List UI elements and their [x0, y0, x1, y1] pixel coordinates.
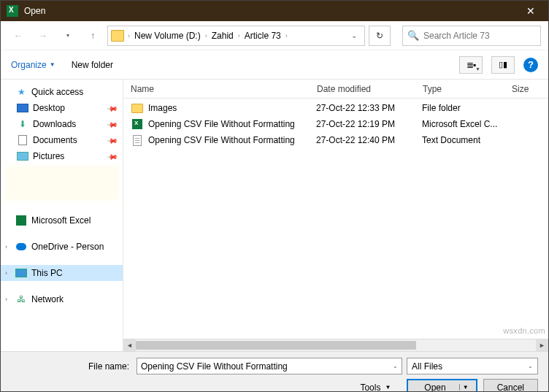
- file-row[interactable]: Opening CSV File Without Formatting 27-O…: [123, 132, 548, 148]
- view-options-button[interactable]: ≣▪ ▼: [459, 56, 483, 74]
- pictures-icon: [17, 150, 28, 162]
- watermark-text: wsxdn.com: [503, 326, 545, 335]
- nav-forward-button[interactable]: →: [33, 26, 53, 46]
- star-icon: ★: [15, 86, 27, 98]
- sidebar-downloads[interactable]: ⬇ Downloads 📌: [1, 116, 123, 132]
- file-row[interactable]: Opening CSV File Without Formatting 27-O…: [123, 116, 548, 132]
- scroll-right-icon[interactable]: ►: [536, 339, 548, 351]
- chevron-down-icon: ▼: [50, 61, 55, 68]
- file-type: Microsoft Excel C...: [422, 119, 511, 129]
- network-icon: 🖧: [15, 293, 27, 305]
- file-content-area: Name Date modified Type Size Images 27-O…: [123, 80, 548, 351]
- file-row[interactable]: Images 27-Oct-22 12:33 PM File folder: [123, 100, 548, 116]
- sidebar-item-label: This PC: [31, 268, 63, 278]
- breadcrumb-dropdown[interactable]: ⌄: [347, 31, 361, 39]
- sidebar-item-label: Desktop: [33, 103, 65, 113]
- file-filter-dropdown[interactable]: All Files ⌄: [407, 358, 538, 374]
- new-folder-button[interactable]: New folder: [72, 60, 113, 70]
- window-title: Open: [24, 6, 514, 16]
- organize-label: Organize: [11, 60, 47, 70]
- search-icon: 🔍: [407, 30, 419, 41]
- sidebar-this-pc[interactable]: › This PC: [1, 265, 123, 281]
- folder-icon: [111, 30, 124, 42]
- column-size[interactable]: Size: [512, 84, 548, 94]
- list-view-icon: ≣▪: [467, 60, 475, 70]
- breadcrumb-folder[interactable]: Article 73: [241, 31, 285, 41]
- tools-menu[interactable]: Tools ▼: [360, 383, 391, 393]
- scroll-left-icon[interactable]: ◄: [123, 339, 136, 351]
- nav-back-button[interactable]: ←: [8, 26, 28, 46]
- pin-icon: 📌: [107, 134, 118, 146]
- nav-recent-dropdown[interactable]: ▾: [58, 26, 78, 46]
- sidebar-item-label: OneDrive - Person: [31, 242, 104, 252]
- file-date: 27-Oct-22 12:33 PM: [316, 103, 422, 113]
- documents-icon: [17, 134, 28, 146]
- chevron-right-icon[interactable]: ›: [5, 243, 7, 250]
- title-bar: Open ✕: [1, 1, 548, 21]
- pin-icon: 📌: [107, 102, 118, 114]
- cancel-button[interactable]: Cancel: [483, 379, 538, 392]
- column-date[interactable]: Date modified: [317, 84, 423, 94]
- sidebar-desktop[interactable]: Desktop 📌: [1, 100, 123, 116]
- file-date: 27-Oct-22 12:40 PM: [316, 135, 422, 145]
- sidebar-excel[interactable]: Microsoft Excel: [1, 212, 123, 228]
- tools-label: Tools: [360, 383, 380, 393]
- sidebar-item-label: Network: [31, 294, 64, 304]
- scroll-track[interactable]: [136, 339, 536, 351]
- pin-icon: 📌: [107, 150, 118, 162]
- downloads-icon: ⬇: [17, 118, 28, 130]
- filename-value: Opening CSV File Without Formatting: [141, 361, 288, 372]
- column-headers: Name Date modified Type Size: [123, 80, 548, 99]
- open-button[interactable]: Open ▼: [407, 379, 477, 392]
- text-file-icon: [131, 134, 144, 146]
- filename-label: File name:: [85, 361, 129, 372]
- organize-menu[interactable]: Organize ▼: [11, 60, 55, 70]
- this-pc-icon: [15, 267, 27, 279]
- breadcrumb-volume[interactable]: New Volume (D:): [131, 31, 204, 41]
- search-input[interactable]: [423, 31, 536, 41]
- sidebar-quick-access[interactable]: ★ Quick access: [1, 84, 123, 100]
- scroll-thumb[interactable]: [136, 341, 416, 350]
- onedrive-icon: [15, 241, 27, 253]
- search-box[interactable]: 🔍: [402, 26, 541, 46]
- breadcrumb-user[interactable]: Zahid: [208, 31, 237, 41]
- chevron-down-icon: ▼: [475, 66, 480, 72]
- horizontal-scrollbar[interactable]: ◄ ►: [123, 339, 548, 351]
- column-type[interactable]: Type: [423, 84, 512, 94]
- nav-sidebar: ★ Quick access Desktop 📌 ⬇ Downloads 📌 D…: [1, 80, 123, 351]
- file-date: 27-Oct-22 12:19 PM: [316, 119, 422, 129]
- sidebar-blurred-items: [5, 166, 118, 201]
- chevron-right-icon[interactable]: ›: [5, 269, 7, 277]
- sidebar-documents[interactable]: Documents 📌: [1, 132, 123, 148]
- cancel-label: Cancel: [497, 383, 524, 393]
- chevron-down-icon[interactable]: ⌄: [393, 363, 398, 369]
- filter-value: All Files: [412, 361, 442, 372]
- sidebar-item-label: Microsoft Excel: [31, 215, 91, 226]
- close-button[interactable]: ✕: [514, 1, 547, 21]
- excel-app-icon: [7, 5, 18, 17]
- sidebar-pictures[interactable]: Pictures 📌: [1, 148, 123, 164]
- chevron-right-icon[interactable]: ›: [285, 32, 288, 39]
- refresh-button[interactable]: ↻: [369, 26, 391, 46]
- sidebar-item-label: Documents: [33, 135, 77, 145]
- main-area: ★ Quick access Desktop 📌 ⬇ Downloads 📌 D…: [1, 80, 548, 351]
- command-bar: Organize ▼ New folder ≣▪ ▼ ▯▮ ?: [1, 50, 548, 80]
- bottom-panel: File name: Opening CSV File Without Form…: [1, 351, 548, 392]
- sidebar-onedrive[interactable]: › OneDrive - Person: [1, 239, 123, 255]
- chevron-down-icon: ⌄: [528, 363, 533, 369]
- help-button[interactable]: ?: [523, 58, 538, 72]
- open-label: Open: [424, 383, 445, 393]
- folder-icon: [131, 102, 144, 114]
- preview-pane-button[interactable]: ▯▮: [491, 56, 515, 74]
- chevron-right-icon[interactable]: ›: [5, 296, 7, 303]
- filename-input[interactable]: Opening CSV File Without Formatting ⌄: [137, 358, 402, 374]
- desktop-icon: [17, 102, 28, 114]
- column-name[interactable]: Name: [131, 84, 317, 94]
- breadcrumb-bar[interactable]: › New Volume (D:) › Zahid › Article 73 ›…: [107, 26, 365, 46]
- open-split-dropdown[interactable]: ▼: [459, 384, 472, 391]
- sidebar-item-label: Quick access: [31, 87, 83, 97]
- nav-up-button[interactable]: ↑: [82, 26, 103, 46]
- address-row: ← → ▾ ↑ › New Volume (D:) › Zahid › Arti…: [1, 21, 548, 50]
- file-type: File folder: [422, 103, 511, 113]
- sidebar-network[interactable]: › 🖧 Network: [1, 291, 123, 307]
